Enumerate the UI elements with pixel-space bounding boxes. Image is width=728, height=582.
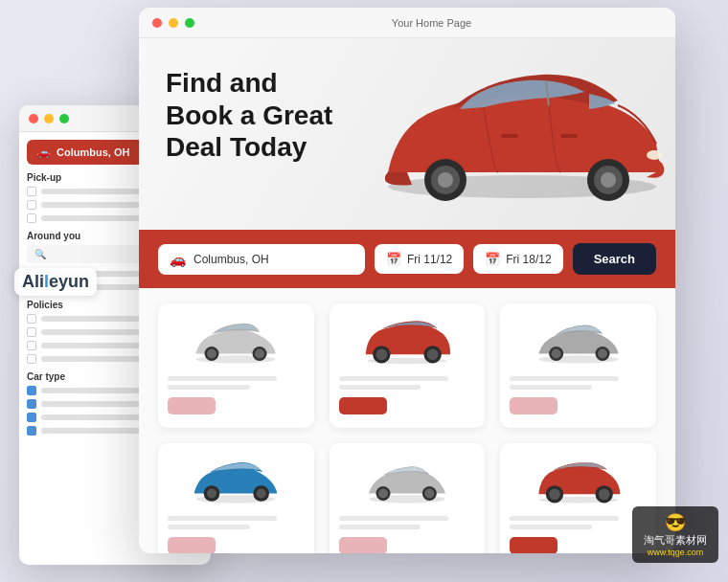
car-card[interactable] [158, 303, 314, 428]
car-card[interactable] [500, 303, 656, 428]
car-image-compact-suv [510, 453, 647, 510]
calendar-to-icon: 📅 [485, 252, 500, 266]
minimize-button[interactable] [169, 18, 178, 28]
car-image-gray-sedan [510, 313, 647, 370]
main-titlebar: Your Home Page [139, 8, 675, 38]
svg-point-20 [427, 349, 439, 361]
svg-point-28 [207, 489, 216, 499]
filter-checkbox-checked[interactable] [27, 399, 36, 409]
svg-point-18 [375, 349, 387, 361]
hero-section: Find and Book a Great Deal Today [139, 38, 675, 230]
book-button[interactable] [168, 397, 216, 414]
hero-car-image [359, 48, 675, 220]
car-image-hatchback [339, 453, 476, 510]
car-details [510, 516, 647, 529]
car-image-red-suv [339, 313, 476, 370]
svg-point-38 [549, 489, 560, 501]
svg-point-40 [598, 489, 609, 501]
date-to-value: Fri 18/12 [506, 253, 551, 266]
book-button[interactable] [510, 397, 557, 414]
date-from-field[interactable]: 📅 Fri 11/12 [375, 244, 464, 274]
car-details [168, 516, 305, 529]
logo-text: Alileyun [22, 272, 89, 291]
calendar-from-icon: 📅 [386, 252, 401, 266]
search-bar: 🚗 Columbus, OH 📅 Fri 11/12 📅 Fri 18/12 S… [139, 230, 675, 288]
filter-checkbox[interactable] [27, 341, 36, 350]
filter-checkbox[interactable] [27, 187, 36, 196]
svg-point-7 [601, 172, 616, 188]
close-button[interactable] [152, 18, 162, 28]
book-button[interactable] [339, 537, 387, 553]
filter-checkbox[interactable] [27, 314, 36, 324]
date-from-value: Fri 11/12 [407, 253, 452, 266]
car-details [168, 376, 305, 390]
hero-headline: Find and Book a Great Deal Today [166, 67, 332, 164]
watermark: 😎 淘气哥素材网 www.tqge.com [632, 506, 718, 563]
svg-point-15 [255, 349, 264, 359]
main-window: Your Home Page Find and Book a Great Dea… [139, 8, 675, 553]
book-button[interactable] [168, 537, 216, 553]
filter-checkbox[interactable] [27, 200, 36, 210]
car-image-silver-sedan [168, 313, 305, 370]
svg-point-35 [424, 489, 434, 499]
car-location-icon: 🚗 [170, 252, 186, 267]
svg-point-33 [378, 489, 388, 499]
car-details [339, 376, 476, 390]
svg-point-8 [647, 150, 662, 160]
watermark-site: 淘气哥素材网 [644, 533, 707, 548]
date-to-field[interactable]: 📅 Fri 18/12 [473, 244, 562, 274]
watermark-icon: 😎 [644, 512, 707, 533]
svg-point-23 [551, 349, 560, 359]
window-title: Your Home Page [392, 17, 471, 29]
car-card[interactable] [330, 303, 486, 428]
svg-point-4 [438, 172, 453, 188]
logo-dot: l [44, 272, 49, 291]
location-text: Columbus, OH [57, 146, 129, 158]
filter-checkbox-checked[interactable] [27, 386, 36, 395]
logo-overlay: Alileyun [14, 268, 97, 296]
car-grid [139, 288, 675, 553]
minimize-dot[interactable] [44, 114, 54, 123]
search-button[interactable]: Search [573, 243, 656, 275]
maximize-dot[interactable] [59, 114, 69, 123]
car-image-blue-sedan [168, 453, 305, 510]
car-card[interactable] [330, 443, 486, 553]
location-value: Columbus, OH [193, 253, 269, 266]
car-card[interactable] [158, 443, 314, 553]
filter-checkbox-checked[interactable] [27, 413, 36, 422]
svg-point-13 [207, 349, 216, 359]
svg-rect-9 [501, 134, 518, 138]
watermark-url: www.tqge.com [644, 548, 707, 557]
maximize-button[interactable] [185, 18, 194, 28]
book-button[interactable] [339, 397, 387, 414]
filter-checkbox-checked[interactable] [27, 426, 36, 436]
car-details [510, 376, 647, 390]
hero-text: Find and Book a Great Deal Today [166, 67, 332, 164]
close-dot[interactable] [29, 114, 38, 123]
svg-point-30 [257, 489, 266, 499]
location-field[interactable]: 🚗 Columbus, OH [158, 244, 365, 275]
filter-checkbox[interactable] [27, 213, 36, 223]
filter-checkbox[interactable] [27, 354, 36, 364]
car-icon: 🚗 [36, 146, 51, 159]
svg-rect-10 [560, 134, 578, 138]
svg-point-25 [598, 349, 607, 359]
book-button[interactable] [510, 537, 557, 553]
filter-checkbox[interactable] [27, 327, 36, 337]
search-icon: 🔍 [34, 249, 46, 259]
car-details [339, 516, 476, 529]
